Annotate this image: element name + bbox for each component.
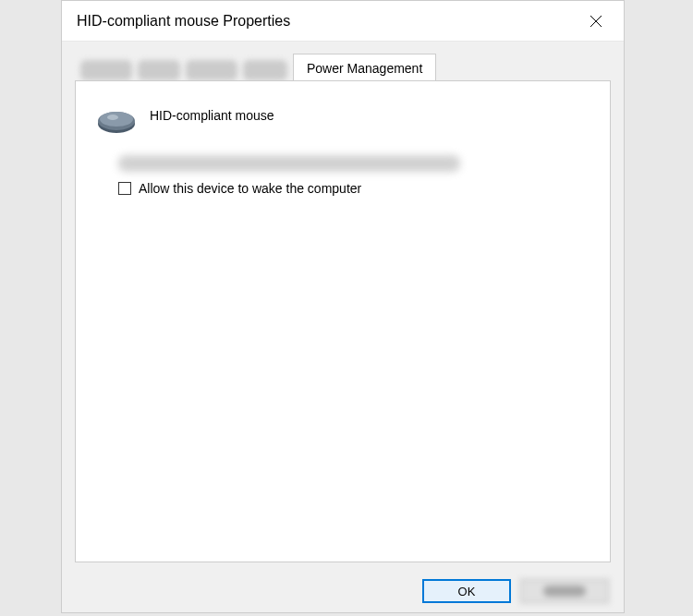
button-label: OK bbox=[458, 585, 476, 598]
option-blurred bbox=[118, 155, 460, 172]
close-icon bbox=[590, 15, 602, 28]
ok-button[interactable]: OK bbox=[422, 579, 511, 603]
tab-strip: Power Management bbox=[75, 53, 611, 80]
properties-dialog: HID-compliant mouse Properties Power Man… bbox=[61, 0, 625, 613]
device-name: HID-compliant mouse bbox=[150, 108, 274, 123]
tab-blurred[interactable] bbox=[186, 60, 237, 80]
checkbox-label: Allow this device to wake the computer bbox=[139, 181, 361, 196]
tab-blurred[interactable] bbox=[80, 60, 132, 80]
tab-panel-power-management: HID-compliant mouse Allow this device to… bbox=[75, 80, 611, 562]
mouse-icon bbox=[96, 107, 137, 135]
client-area: Power Management HID-compliant mouse All… bbox=[62, 42, 624, 570]
close-button[interactable] bbox=[581, 6, 611, 36]
tab-power-management[interactable]: Power Management bbox=[293, 54, 436, 81]
device-header: HID-compliant mouse bbox=[96, 102, 590, 129]
tab-label: Power Management bbox=[307, 61, 422, 76]
dialog-button-row: OK bbox=[62, 570, 624, 612]
titlebar: HID-compliant mouse Properties bbox=[62, 1, 624, 42]
dialog-title: HID-compliant mouse Properties bbox=[77, 13, 290, 30]
tab-blurred[interactable] bbox=[243, 60, 287, 80]
button-blurred[interactable] bbox=[520, 579, 609, 603]
checkbox-box[interactable] bbox=[118, 182, 131, 195]
svg-point-5 bbox=[107, 115, 118, 120]
checkbox-wake-computer[interactable]: Allow this device to wake the computer bbox=[118, 181, 590, 196]
tab-blurred[interactable] bbox=[138, 60, 180, 80]
